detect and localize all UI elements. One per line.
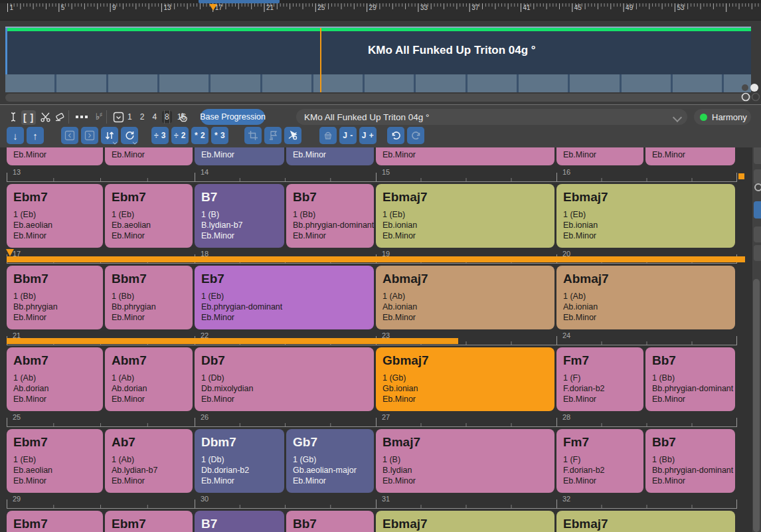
- clip-title: KMo All Funked Up Triton 04g °: [368, 44, 536, 57]
- chord-block[interactable]: Bb71 (Bb)Bb.phrygian-dominantEb.Minor: [645, 429, 735, 493]
- bar-ruler[interactable]: 21222324: [7, 331, 737, 345]
- snap-checkbox-icon[interactable]: [112, 110, 125, 124]
- multiply-2-button[interactable]: * 2: [191, 127, 209, 144]
- loop-end-marker[interactable]: [738, 173, 744, 179]
- divide-2-button[interactable]: ÷ 2: [171, 127, 189, 144]
- accidental-note-icon[interactable]: ♭♯: [92, 110, 106, 124]
- cycle-button[interactable]: [121, 127, 138, 144]
- chord-mode: Bb.phrygian: [13, 302, 96, 312]
- chord-block[interactable]: B71 (B)B.lydian-b7Eb.Minor: [195, 184, 284, 248]
- bar-ruler[interactable]: 13141516: [7, 167, 737, 182]
- chord-block[interactable]: Ebmaj71 (Eb)Eb.ionianEb.Minor: [376, 184, 554, 248]
- chord-block[interactable]: Bbm71 (Bb)Bb.phrygianEb.Minor: [7, 266, 103, 329]
- chord-block[interactable]: Bbm71 (Bb)Bb.phrygianEb.Minor: [105, 266, 193, 329]
- vertical-scrollbar[interactable]: [753, 279, 760, 532]
- snap-value-4[interactable]: 4: [149, 111, 159, 123]
- chord-block[interactable]: Dbm71 (Db)Db.dorian-b2Eb.Minor: [195, 429, 284, 493]
- chord-inversion: 1 (Eb): [13, 454, 96, 465]
- loop-region-bar[interactable]: [7, 338, 458, 344]
- chord-block[interactable]: Bb71 (Bb)Bb.phrygian-dominantEb.Minor: [645, 347, 735, 411]
- chord-block[interactable]: Abm71 (Ab)Ab.dorianEb.Minor: [7, 347, 103, 411]
- multiply-3-button[interactable]: * 3: [211, 127, 228, 144]
- jump-plus-button[interactable]: J +: [359, 127, 377, 144]
- shift-left-button[interactable]: [61, 127, 78, 144]
- chord-block[interactable]: Ebm71 (Eb)Eb.aeolianEb.Minor: [7, 184, 103, 248]
- move-up-button[interactable]: ↑: [27, 127, 44, 144]
- bar-ruler[interactable]: 29303132: [7, 494, 737, 509]
- eraser-tool-icon[interactable]: [53, 110, 66, 124]
- scissors-tool-icon[interactable]: [39, 110, 52, 124]
- chord-block[interactable]: Eb.Minor: [376, 147, 554, 165]
- chord-block[interactable]: Gbmaj71 (Gb)Gb.ionianEb.Minor: [376, 347, 554, 411]
- chord-block[interactable]: Abm71 (Ab)Ab.dorianEb.Minor: [105, 347, 193, 411]
- panel-fragment-blue: [754, 201, 761, 219]
- hand-tool-icon[interactable]: [177, 110, 190, 124]
- chord-key: Eb.Minor: [293, 230, 367, 241]
- chord-block[interactable]: Eb.Minor: [105, 147, 193, 165]
- chord-block[interactable]: Eb.Minor: [556, 147, 643, 165]
- chord-block[interactable]: Bb7: [286, 511, 374, 532]
- harmony-status-chip[interactable]: Harmony: [694, 109, 751, 125]
- swap-up-down-button[interactable]: [101, 127, 118, 144]
- horizontal-scrollbar[interactable]: [5, 94, 751, 102]
- chord-block[interactable]: Ebmaj7: [376, 511, 554, 532]
- timeline-ruler[interactable]: 1591317212529333741454953: [0, 3, 761, 21]
- text-cursor-tool-icon[interactable]: [7, 110, 20, 124]
- loop-start-marker[interactable]: [6, 249, 14, 256]
- no-drag-cursor-button[interactable]: [284, 127, 301, 144]
- loop-start-marker[interactable]: [209, 4, 217, 11]
- chord-name: Gb7: [293, 434, 367, 450]
- chord-block[interactable]: Ebm7: [105, 511, 193, 532]
- move-down-button[interactable]: ↓: [7, 127, 24, 144]
- dots-small-notes-icon[interactable]: [74, 110, 90, 124]
- chord-inversion: 1 (Bb): [652, 373, 728, 383]
- base-progression-button[interactable]: Base Progression: [201, 109, 265, 125]
- chord-block[interactable]: Eb.Minor: [645, 147, 735, 165]
- chord-mode: Eb.aeolian: [112, 220, 186, 230]
- chord-block[interactable]: Eb.Minor: [195, 147, 284, 165]
- cupcake-button[interactable]: [319, 127, 337, 144]
- chord-block[interactable]: Abmaj71 (Ab)Ab.ionianEb.Minor: [556, 266, 735, 329]
- snap-value-1[interactable]: 1: [125, 111, 135, 123]
- chord-block[interactable]: Ebm71 (Eb)Eb.aeolianEb.Minor: [7, 429, 103, 493]
- snap-value-2[interactable]: 2: [137, 111, 147, 123]
- chord-block[interactable]: Bmaj71 (B)B.lydianEb.Minor: [376, 429, 554, 493]
- jump-minus-button[interactable]: J -: [339, 127, 357, 144]
- chord-block[interactable]: B7: [195, 511, 284, 532]
- crop-button[interactable]: [244, 127, 262, 144]
- chord-block[interactable]: Ebmaj71 (Eb)Eb.ionianEb.Minor: [556, 184, 735, 248]
- divide-3-button[interactable]: ÷ 3: [151, 127, 169, 144]
- chord-block[interactable]: Abmaj71 (Ab)Ab.ionianEb.Minor: [376, 266, 554, 329]
- chord-name: Bb7: [652, 434, 728, 450]
- chord-block[interactable]: Ebm71 (Eb)Eb.aeolianEb.Minor: [105, 184, 193, 248]
- chord-block[interactable]: Eb.Minor: [286, 147, 374, 165]
- progression-select[interactable]: KMo All Funked Up Triton 04g °: [296, 109, 687, 125]
- chord-block[interactable]: Ebm7: [7, 511, 103, 532]
- chord-mode: B.lydian: [382, 465, 548, 476]
- redo-button[interactable]: [407, 127, 424, 144]
- zoom-controls[interactable]: [740, 83, 761, 104]
- chord-block[interactable]: Ab71 (Ab)Ab.lydian-b7Eb.Minor: [105, 429, 193, 493]
- chord-block[interactable]: Bb71 (Bb)Bb.phrygian-dominantEb.Minor: [286, 184, 374, 248]
- chord-block[interactable]: Fm71 (F)F.dorian-b2Eb.Minor: [556, 429, 643, 493]
- panel-fragment: [754, 169, 761, 184]
- brackets-tool-icon[interactable]: [ ]: [21, 110, 36, 125]
- quantize-flag-button[interactable]: [264, 127, 282, 144]
- chord-block[interactable]: Db71 (Db)Db.mixolydianEb.Minor: [195, 347, 374, 411]
- shift-right-button[interactable]: [81, 127, 98, 144]
- panel-fragment: [754, 147, 761, 164]
- bar-ruler[interactable]: 25262728: [7, 412, 737, 427]
- toolbar-row-actions: ↓ ↑ ÷ 3 ÷ 2 * 2 * 3: [0, 127, 761, 145]
- bar-ruler[interactable]: 17181920: [7, 249, 737, 264]
- chord-block[interactable]: Eb.Minor: [7, 147, 103, 165]
- chord-block[interactable]: Ebmaj7: [556, 511, 735, 532]
- bar-number: 24: [562, 331, 570, 339]
- arrangement-clip[interactable]: KMo All Funked Up Triton 04g °: [5, 27, 751, 92]
- chord-inversion: 1 (Db): [201, 373, 367, 383]
- chord-mode: F.dorian-b2: [563, 383, 637, 394]
- loop-region-bar[interactable]: [7, 256, 745, 262]
- chord-block[interactable]: Fm71 (F)F.dorian-b2Eb.Minor: [556, 347, 643, 411]
- undo-button[interactable]: [387, 127, 404, 144]
- chord-block[interactable]: Gb71 (Gb)Gb.aeolian-majorEb.Minor: [286, 429, 374, 493]
- chord-block[interactable]: Eb71 (Eb)Eb.phrygian-dominantEb.Minor: [195, 266, 374, 329]
